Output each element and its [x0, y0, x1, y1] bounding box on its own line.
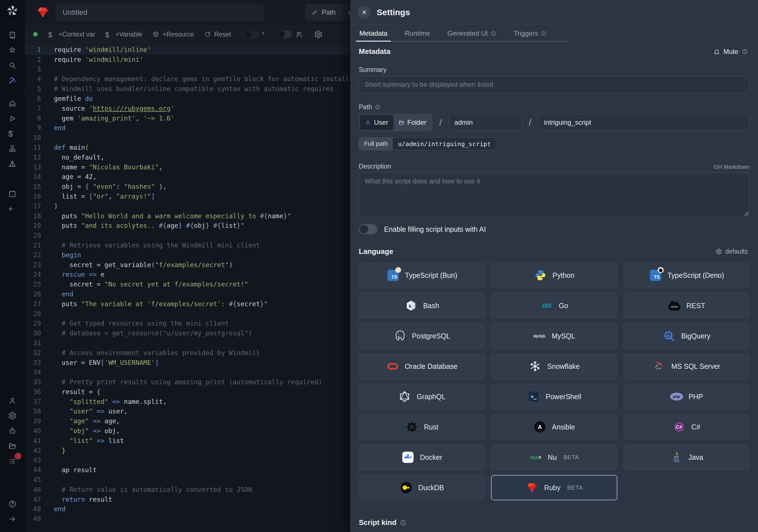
sidebar-item-help[interactable] [6, 498, 18, 510]
sidebar-item-calendar[interactable] [6, 188, 18, 200]
sidebar-item-cubes[interactable] [6, 143, 18, 155]
language-label: MS SQL Server [671, 362, 720, 371]
metadata-heading: Metadata [359, 47, 391, 56]
tab-generated-ui[interactable]: Generated UI [446, 29, 498, 41]
line-number: 16 [25, 192, 41, 201]
language-card-docker[interactable]: Docker [359, 444, 485, 470]
icon-sidebar: $ + [0, 0, 25, 532]
language-card-duckdb[interactable]: DuckDB [359, 475, 485, 500]
line-number: 23 [25, 260, 41, 270]
editor-settings-gear-button[interactable] [314, 30, 323, 39]
sidebar-item-gear[interactable] [6, 409, 18, 422]
close-settings-button[interactable]: ✕ [358, 6, 370, 19]
user-icon [8, 396, 17, 405]
sidebar-item-home[interactable] [6, 97, 18, 110]
gh-markdown-hint: GH Markdown [714, 164, 749, 170]
script-title-input[interactable] [55, 4, 263, 21]
language-label: PostgreSQL [412, 332, 450, 340]
summary-input[interactable] [359, 76, 749, 93]
sidebar-item-building[interactable] [6, 29, 18, 41]
windmill-logo-icon[interactable] [5, 3, 20, 18]
language-card-java[interactable]: JavaJava [624, 444, 749, 470]
language-card-graphql[interactable]: GraphQL [359, 384, 485, 409]
owner-kind-user-segment[interactable]: User [360, 115, 393, 130]
sidebar-item-prism[interactable] [6, 158, 18, 170]
gear-icon [8, 411, 17, 420]
typescript-deno-icon: TS [649, 269, 662, 282]
language-card-go[interactable]: GOGo [491, 293, 617, 318]
line-number: 45 [25, 475, 41, 485]
sidebar-item-folder[interactable] [6, 440, 18, 452]
folder-segment-label: Folder [407, 119, 427, 126]
tab-label: Metadata [359, 29, 388, 37]
line-number: 38 [25, 407, 41, 416]
description-textarea[interactable] [359, 172, 749, 217]
tab-metadata[interactable]: Metadata [358, 29, 389, 41]
sidebar-item-play[interactable] [6, 112, 18, 125]
line-number: 18 [25, 211, 41, 221]
sidebar-item-robot[interactable] [6, 425, 18, 437]
owner-kind-folder-segment[interactable]: Folder [393, 115, 431, 130]
language-card-ms-sql-server[interactable]: MS SQL Server [624, 354, 749, 379]
line-number: 15 [25, 182, 41, 192]
tab-runtime[interactable]: Runtime [403, 29, 431, 41]
info-icon [491, 31, 496, 37]
context-var-button[interactable]: $+Context var [43, 28, 100, 40]
language-card-c[interactable]: C#C# [624, 414, 749, 440]
sidebar-item-arrow-right[interactable] [6, 513, 18, 525]
language-card-mysql[interactable]: MySQLMySQL [491, 323, 617, 349]
language-card-ansible[interactable]: AAnsible [491, 414, 617, 440]
sidebar-item-search[interactable] [6, 59, 18, 72]
language-label: GraphQL [417, 393, 446, 401]
path-owner-input[interactable] [449, 114, 522, 131]
line-number: 3 [25, 65, 41, 74]
tab-triggers[interactable]: Triggers [512, 29, 548, 41]
language-card-powershell[interactable]: >_PowerShell [491, 384, 617, 409]
sidebar-item-dollar[interactable]: $ [6, 127, 18, 140]
info-icon [742, 49, 748, 55]
language-card-ruby[interactable]: RubyBETA [491, 475, 617, 500]
svg-text:Java: Java [673, 460, 679, 463]
language-card-snowflake[interactable]: Snowflake [491, 354, 617, 379]
language-card-rust[interactable]: RRust [359, 414, 485, 440]
ansible-icon: A [534, 420, 546, 433]
dollar-icon: $ [48, 31, 55, 38]
language-card-rest[interactable]: HTTPREST [624, 293, 749, 318]
sidebar-item-magic-wand[interactable] [6, 74, 18, 87]
language-defaults-button[interactable]: defaults [714, 247, 749, 256]
defaults-label: defaults [725, 248, 748, 255]
language-card-bigquery[interactable]: BigQuery [624, 323, 749, 349]
beta-badge: BETA [564, 454, 579, 461]
line-number: 1 [25, 45, 41, 55]
language-card-bash[interactable]: $_Bash [359, 293, 485, 318]
language-card-postgresql[interactable]: PostgreSQL [359, 323, 485, 349]
path-name-input[interactable] [538, 114, 749, 131]
line-number: 47 [25, 495, 41, 505]
mute-label: Mute [723, 48, 738, 55]
sidebar-item-list[interactable] [6, 455, 18, 467]
line-number: 14 [25, 172, 41, 182]
ai-fill-inputs-toggle[interactable] [359, 224, 377, 234]
reset-icon [204, 31, 211, 38]
resource-button[interactable]: +Resource [147, 28, 199, 40]
multiplayer-toggle[interactable] [277, 30, 292, 38]
sidebar-item-user[interactable] [6, 394, 18, 407]
sidebar-item-star[interactable] [6, 44, 18, 56]
tab-label: Triggers [514, 29, 538, 37]
mute-button[interactable]: Mute [712, 48, 749, 56]
language-card-typescript-deno[interactable]: TSTypeScript (Deno) [624, 263, 749, 288]
language-card-typescript-bun[interactable]: TSTypeScript (Bun) [359, 263, 485, 288]
sidebar-item-plus[interactable]: + [6, 203, 18, 215]
language-card-python[interactable]: Python [491, 263, 617, 288]
play-icon [8, 114, 17, 123]
line-number: 48 [25, 504, 41, 514]
powershell-icon: >_ [527, 390, 540, 403]
reset-button[interactable]: Reset [199, 28, 236, 40]
language-card-oracle-database[interactable]: Oracle Database [359, 354, 485, 379]
variable-button[interactable]: $+Variable [100, 28, 147, 40]
diff-mode-toggle[interactable] [244, 30, 258, 38]
toolbar-button-label: +Resource [162, 31, 194, 38]
language-card-nu[interactable]: nu>NuBETA [491, 444, 617, 470]
line-number: 39 [25, 416, 41, 426]
language-card-php[interactable]: phpPHP [624, 384, 749, 409]
